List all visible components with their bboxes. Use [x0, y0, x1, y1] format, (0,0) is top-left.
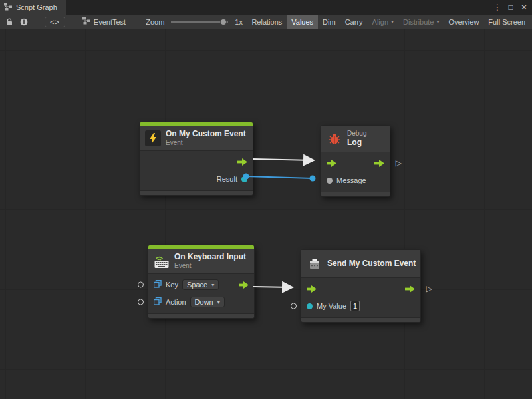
wire-endpoint[interactable]: [310, 176, 316, 182]
flow-input-port[interactable]: [307, 285, 317, 293]
key-dropdown[interactable]: Space ▾: [182, 279, 219, 290]
port-label-key: Key: [166, 281, 178, 289]
lightning-icon: [145, 130, 161, 146]
node-subtitle: Event: [166, 139, 246, 148]
script-graph-icon: [4, 3, 12, 12]
node-header[interactable]: Debug Log: [321, 126, 390, 152]
keycode-type-icon: [154, 279, 162, 291]
node-footer: [301, 317, 420, 322]
graph-wires: [0, 29, 532, 399]
port-label-my-value: My Value: [317, 302, 346, 310]
node-header[interactable]: On My Custom Event Event: [140, 126, 253, 151]
chevron-down-icon: ▾: [217, 299, 220, 305]
distribute-button[interactable]: Distribute ▾: [398, 15, 444, 29]
info-icon[interactable]: [17, 15, 31, 29]
carry-button[interactable]: Carry: [340, 15, 368, 29]
relations-button[interactable]: Relations: [247, 15, 287, 29]
toolbar-buttons: Relations Values Dim Carry Align ▾ Distr…: [247, 15, 530, 29]
overview-button[interactable]: Overview: [444, 15, 484, 29]
chevron-down-icon: ▾: [391, 19, 394, 25]
graph-selector-button[interactable]: EventTest: [82, 17, 126, 26]
zoom-slider-handle[interactable]: [220, 19, 227, 25]
node-category: Debug: [347, 130, 366, 138]
graph-toolbar: <> EventTest Zoom 1x Relations Values Di…: [0, 15, 532, 29]
node-title: Send My Custom Event: [327, 259, 416, 269]
wire-flow-keyboard-to-send[interactable]: [253, 287, 291, 287]
code-preview-button[interactable]: <>: [45, 17, 65, 27]
node-title: Log: [347, 138, 366, 148]
action-dropdown[interactable]: Down ▾: [190, 297, 225, 307]
close-icon[interactable]: ✕: [519, 3, 529, 12]
port-label-action: Action: [166, 298, 186, 306]
values-button[interactable]: Values: [287, 15, 318, 29]
zoom-slider[interactable]: [171, 21, 228, 23]
align-button[interactable]: Align ▾: [368, 15, 398, 29]
flow-output-port[interactable]: [239, 281, 249, 289]
action-type-icon: [154, 296, 162, 308]
node-subtitle: Event: [174, 262, 246, 271]
bug-icon: [327, 131, 342, 147]
fullscreen-button[interactable]: Full Screen: [483, 15, 530, 29]
window-menu-icon[interactable]: ⋮: [492, 3, 503, 12]
node-debug-log[interactable]: Debug Log ▷ Message: [321, 125, 390, 197]
tab-script-graph[interactable]: Script Graph: [0, 0, 66, 15]
node-title: On My Custom Event: [166, 129, 246, 139]
graph-canvas[interactable]: On My Custom Event Event Result: [0, 29, 532, 399]
node-send-my-custom-event[interactable]: Send My Custom Event ▷ My Value: [301, 249, 421, 323]
node-on-my-custom-event[interactable]: On My Custom Event Event Result: [139, 122, 253, 196]
chevron-down-icon: ▾: [211, 282, 214, 288]
wire-flow-custom-event-to-log[interactable]: [253, 159, 313, 160]
branch-triangle-icon[interactable]: ▷: [426, 285, 432, 293]
maximize-icon[interactable]: □: [505, 3, 516, 12]
node-header[interactable]: Send My Custom Event: [301, 250, 420, 278]
wire-value-result-to-message[interactable]: [246, 176, 313, 178]
value-connect-port[interactable]: [138, 299, 144, 305]
zoom-label: Zoom: [146, 18, 164, 26]
event-machine-icon: [307, 256, 323, 272]
value-input-port-message[interactable]: [327, 178, 332, 184]
flow-input-port[interactable]: [327, 160, 336, 167]
flow-output-port[interactable]: [374, 160, 384, 167]
value-input-port-my-value[interactable]: [307, 303, 313, 309]
my-value-input[interactable]: 1: [350, 301, 360, 311]
value-output-port-result[interactable]: [241, 176, 247, 182]
branch-triangle-icon[interactable]: ▷: [396, 159, 402, 167]
node-title: On Keyboard Input: [174, 252, 246, 262]
node-on-keyboard-input[interactable]: On Keyboard Input Event Key Space ▾: [148, 245, 255, 319]
value-connect-port[interactable]: [138, 282, 144, 288]
graph-asset-name: EventTest: [94, 18, 126, 26]
titlebar: Script Graph ⋮ □ ✕: [0, 0, 532, 15]
flow-output-port[interactable]: [405, 285, 415, 293]
flow-output-port[interactable]: [237, 158, 247, 166]
window-controls: ⋮ □ ✕: [492, 3, 532, 12]
unity-script-graph-window: Script Graph ⋮ □ ✕ <> EventTest Zoom 1x: [0, 0, 532, 399]
tab-title: Script Graph: [16, 3, 57, 11]
dim-button[interactable]: Dim: [318, 15, 340, 29]
graph-asset-icon: [82, 17, 90, 26]
node-footer: [140, 190, 253, 195]
keyboard-icon: [154, 253, 170, 269]
value-connect-port[interactable]: [291, 303, 297, 309]
lock-icon[interactable]: [2, 15, 17, 29]
node-footer: [148, 313, 254, 318]
zoom-value: 1x: [235, 18, 243, 26]
chevron-down-icon: ▾: [437, 19, 440, 25]
node-header[interactable]: On Keyboard Input Event: [148, 249, 254, 274]
port-label-message: Message: [336, 176, 366, 184]
zoom-control: Zoom 1x: [146, 18, 243, 26]
node-footer: [321, 192, 390, 196]
port-label-result: Result: [217, 175, 237, 183]
